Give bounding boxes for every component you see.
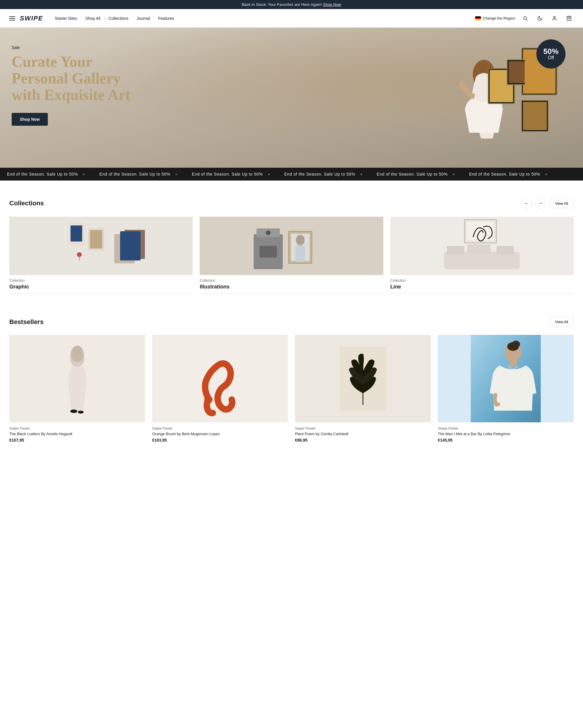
product-image-3 [295,335,431,422]
marquee-item-4: End of the Season. Sale Up to 50% ★ [277,172,370,177]
collections-prev-button[interactable]: ← [522,198,532,209]
marquee-text-3: End of the Season. Sale Up to 50% [192,172,262,177]
collection-card-graphic[interactable]: Collection Graphic [9,217,193,294]
collections-view-all-button[interactable]: View All [550,199,574,208]
marquee-star-5: ★ [452,173,455,176]
cart-button[interactable] [564,14,574,23]
svg-point-49 [512,341,520,348]
marquee-item-1: End of the Season. Sale Up to 50% ★ [0,172,92,177]
nav-link-features[interactable]: Features [158,16,174,21]
hero-badge-percent: 50% [543,48,558,55]
product-price-3: €86,95 [295,438,431,442]
marquee-content: End of the Season. Sale Up to 50% ★ End … [0,172,554,177]
collections-header: Collections ← → View All [9,198,574,209]
marquee-text-2: End of the Season. Sale Up to 50% [100,172,170,177]
collection-card-illustrations[interactable]: Collection Illustrations [200,217,383,294]
svg-point-41 [210,410,216,416]
hero-cta-button[interactable]: Shop Now [12,113,48,126]
svg-rect-29 [447,246,464,255]
product-name-1: The Black Loafers By Amelie Hegardt [9,432,145,437]
product-image-2 [152,335,288,422]
collection-label-line: Collection [390,279,574,283]
marquee-strip: End of the Season. Sale Up to 50% ★ End … [0,168,583,181]
svg-point-27 [296,235,305,245]
product-card-4[interactable]: Swipe Pastel The Man I Met at a Bar By L… [438,335,574,442]
product-image-4 [438,335,574,422]
collection-image-graphic [9,217,193,275]
collection-card-line[interactable]: Collection Line [390,217,574,294]
collection-label-illustrations: Collection [200,279,383,283]
svg-point-2 [554,16,555,18]
svg-point-0 [524,17,527,20]
nav-link-starter-sites[interactable]: Starter Sites [55,16,77,21]
marquee-item-2: End of the Season. Sale Up to 50% ★ [92,172,185,177]
flag-icon [475,16,481,20]
product-brand-1: Swipe Pastel [9,426,145,431]
announcement-link[interactable]: Shop Now [323,2,341,7]
collection-name-graphic: Graphic [9,284,193,290]
nav-link-journal[interactable]: Journal [137,16,150,21]
product-image-1 [9,335,145,422]
marquee-star-2: ★ [175,173,178,176]
announcement-bar: Back in Stock: Your Favorites are Here A… [0,0,583,9]
nav-link-collections[interactable]: Collections [108,16,128,21]
collection-divider-line [390,293,574,294]
search-button[interactable] [521,14,530,23]
marquee-item-3: End of the Season. Sale Up to 50% ★ [185,172,277,177]
product-card-2[interactable]: Swipe Pastel Orange Brush by Berit Mogen… [152,335,288,442]
marquee-text-6: End of the Season. Sale Up to 50% [469,172,540,177]
site-logo[interactable]: SWiPE [20,15,43,22]
marquee-item-5: End of the Season. Sale Up to 50% ★ [370,172,462,177]
product-card-1[interactable]: Swipe Pastel The Black Loafers By Amelie… [9,335,145,442]
nav-link-shop-all[interactable]: Shop All [85,16,100,21]
nav-right: Change the Region [475,14,574,23]
collection-name-illustrations: Illustrations [200,284,383,290]
account-button[interactable] [550,14,559,23]
marquee-item-6: End of the Season. Sale Up to 50% ★ [462,172,554,177]
dark-mode-button[interactable] [535,14,545,23]
hero-content: Sale Curate Your Personal Gallery with E… [12,45,151,126]
collections-next-button[interactable]: → [535,198,546,209]
marquee-star-3: ★ [268,173,271,176]
bestsellers-view-all-button[interactable]: View All [550,317,574,327]
nav-links: Starter Sites Shop All Collections Journ… [55,16,475,21]
marquee-text-5: End of the Season. Sale Up to 50% [377,172,447,177]
svg-rect-30 [467,244,491,253]
product-price-2: €103,95 [152,438,288,442]
product-name-3: Plant Poem by Cecilia Carlstedt [295,432,431,437]
bestsellers-section: Bestsellers View All Swipe Pastel The [0,311,583,460]
collections-controls: ← → View All [522,198,574,209]
product-brand-2: Swipe Pastel [152,426,288,431]
svg-rect-24 [259,246,277,258]
collections-grid: Collection Graphic [9,217,574,294]
hero-discount-badge: 50% Off [536,40,565,69]
svg-rect-50 [509,361,517,366]
hero-title: Curate Your Personal Gallery with Exquis… [12,53,151,104]
region-label: Change the Region [483,16,516,20]
svg-point-38 [78,411,84,414]
svg-point-36 [71,346,84,362]
marquee-star-6: ★ [545,173,548,176]
collection-divider-illustrations [200,293,383,294]
bestsellers-header: Bestsellers View All [9,317,574,327]
hamburger-menu[interactable] [9,16,15,20]
svg-rect-31 [496,246,514,255]
svg-rect-18 [90,230,102,249]
marquee-star-1: ★ [83,173,85,176]
svg-point-23 [266,230,271,235]
svg-point-40 [204,395,213,404]
product-brand-3: Swipe Pastel [295,426,431,431]
product-brand-4: Swipe Pastel [438,426,574,431]
svg-rect-10 [509,61,525,83]
region-selector[interactable]: Change the Region [475,16,516,20]
product-card-3[interactable]: Swipe Pastel Plant Poem by Cecilia Carls… [295,335,431,442]
collections-section: Collections ← → View All Collection Grap… [0,181,583,311]
svg-point-37 [70,410,77,413]
collection-label-graphic: Collection [9,279,193,283]
navigation: SWiPE Starter Sites Shop All Collections… [0,9,583,28]
collection-image-illustrations [200,217,383,275]
bestsellers-grid: Swipe Pastel The Black Loafers By Amelie… [9,335,574,442]
product-name-2: Orange Brush by Berit Mogensen Lopez [152,432,288,437]
announcement-text: Back in Stock: Your Favorites are Here A… [242,2,323,7]
hero-sale-label: Sale [12,45,151,50]
